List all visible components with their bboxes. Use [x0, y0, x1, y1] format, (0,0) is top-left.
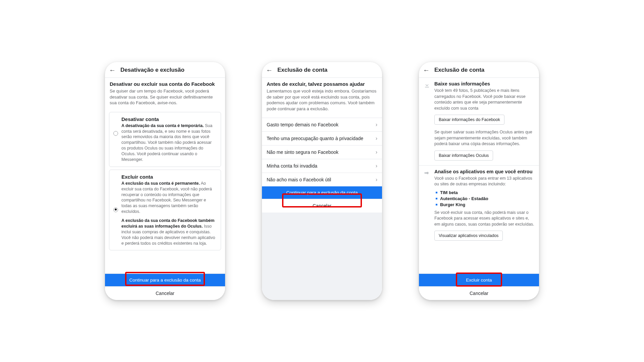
continue-button[interactable]: Continuar para a exclusão da conta — [262, 186, 382, 199]
option-delete[interactable]: Excluir conta A exclusão da sua conta é … — [109, 170, 221, 251]
reason-label: Não acho mais o Facebook útil — [267, 177, 331, 182]
page-title: Desativação e exclusão — [120, 67, 184, 73]
section-title: Desativar ou excluir sua conta do Facebo… — [110, 81, 220, 87]
reason-row[interactable]: Não me sinto segura no Facebook › — [262, 145, 382, 159]
option-title: Excluir conta — [121, 174, 217, 180]
list-item: Autenticação - Estadão — [436, 196, 534, 201]
text-rest: Sua conta será desativada, e seu nome e … — [121, 123, 212, 162]
header-bar: ← Exclusão de conta — [419, 62, 539, 78]
bold-lead: A exclusão da sua conta do Facebook tamb… — [121, 218, 214, 229]
scroll-content: Baixe suas informações Você tem 49 fotos… — [419, 78, 539, 274]
bold-lead: A desativação da sua conta é temporária. — [121, 123, 204, 128]
option-text: A desativação da sua conta é temporária.… — [121, 123, 217, 163]
group-title: Baixe suas informações — [434, 81, 534, 86]
reason-row[interactable]: Minha conta foi invadida › — [262, 159, 382, 173]
text-rest: Ao excluir sua conta do Facebook, você n… — [121, 181, 212, 214]
header-bar: ← Exclusão de conta — [262, 62, 382, 78]
reason-row[interactable]: Gasto tempo demais no Facebook › — [262, 118, 382, 131]
group-after: Se você excluir sua conta, não poderá ma… — [434, 210, 534, 228]
list-item: TIM beta — [436, 190, 534, 195]
action-bar: Excluir conta Cancelar — [419, 274, 539, 300]
group-text: Você tem 49 fotos, 5 publicações e mais … — [434, 88, 534, 111]
reason-row[interactable]: Tenho uma preocupação quanto à privacida… — [262, 131, 382, 145]
chevron-right-icon: › — [376, 177, 377, 183]
continue-button[interactable]: Continuar para a exclusão da conta — [105, 274, 225, 286]
reason-label: Gasto tempo demais no Facebook — [267, 122, 338, 127]
option-deactivate[interactable]: Desativar conta A desativação da sua con… — [109, 112, 221, 167]
group-text: Você usou o Facebook para entrar em 13 a… — [434, 176, 534, 187]
header-bar: ← Desativação e exclusão — [105, 62, 225, 78]
download-fb-button[interactable]: Baixar informações do Facebook — [434, 115, 504, 125]
back-icon[interactable]: ← — [423, 67, 430, 73]
group-title: Analise os aplicativos em que você entro… — [434, 169, 534, 174]
app-list: TIM beta Autenticação - Estadão Burger K… — [436, 190, 534, 207]
reason-label: Tenho uma preocupação quanto à privacida… — [267, 136, 363, 141]
reason-label: Não me sinto segura no Facebook — [267, 149, 338, 155]
section-desc: Lamentamos que você esteja indo embora. … — [267, 88, 377, 112]
phone-3: ← Exclusão de conta Baixe suas informaçõ… — [419, 62, 539, 300]
reason-row[interactable]: Não acho mais o Facebook útil › — [262, 173, 382, 186]
chevron-right-icon: › — [376, 163, 377, 169]
page-title: Exclusão de conta — [434, 67, 484, 73]
reason-label: Minha conta foi invadida — [267, 163, 317, 169]
phone-1: ← Desativação e exclusão Desativar ou ex… — [105, 62, 225, 300]
section-desc: Se quiser dar um tempo do Facebook, você… — [110, 88, 220, 106]
download-icon — [424, 82, 430, 88]
key-icon — [424, 170, 430, 176]
group-extra: Se quiser salvar suas informações Oculus… — [434, 129, 534, 147]
delete-account-button[interactable]: Excluir conta — [419, 274, 539, 286]
cancel-button[interactable]: Cancelar — [262, 199, 382, 213]
back-icon[interactable]: ← — [266, 67, 273, 73]
cancel-button[interactable]: Cancelar — [419, 286, 539, 300]
scroll-content: Desativar ou excluir sua conta do Facebo… — [105, 78, 225, 274]
chevron-right-icon: › — [376, 135, 377, 141]
back-icon[interactable]: ← — [109, 67, 116, 73]
view-apps-button[interactable]: Visualizar aplicativos vinculados — [434, 231, 503, 241]
scroll-content: Antes de excluir, talvez possamos ajudar… — [262, 78, 382, 300]
cancel-button[interactable]: Cancelar — [105, 286, 225, 300]
option-text-2: A exclusão da sua conta do Facebook tamb… — [121, 218, 217, 246]
page-title: Exclusão de conta — [277, 67, 327, 73]
empty-area — [262, 213, 382, 300]
bold-lead: A exclusão da sua conta é permanente. — [121, 181, 200, 186]
list-item: Burger King — [436, 202, 534, 207]
chevron-right-icon: › — [376, 149, 377, 155]
section-title: Antes de excluir, talvez possamos ajudar — [267, 81, 377, 87]
option-title: Desativar conta — [121, 116, 217, 122]
option-text: A exclusão da sua conta é permanente. Ao… — [121, 181, 217, 215]
download-oculus-button[interactable]: Baixar informações Oculus — [434, 150, 493, 161]
radio-icon[interactable] — [113, 131, 118, 136]
radio-icon[interactable] — [113, 207, 118, 212]
phone-2: ← Exclusão de conta Antes de excluir, ta… — [262, 62, 382, 300]
action-bar: Continuar para a exclusão da conta Cance… — [105, 274, 225, 300]
chevron-right-icon: › — [376, 122, 377, 128]
